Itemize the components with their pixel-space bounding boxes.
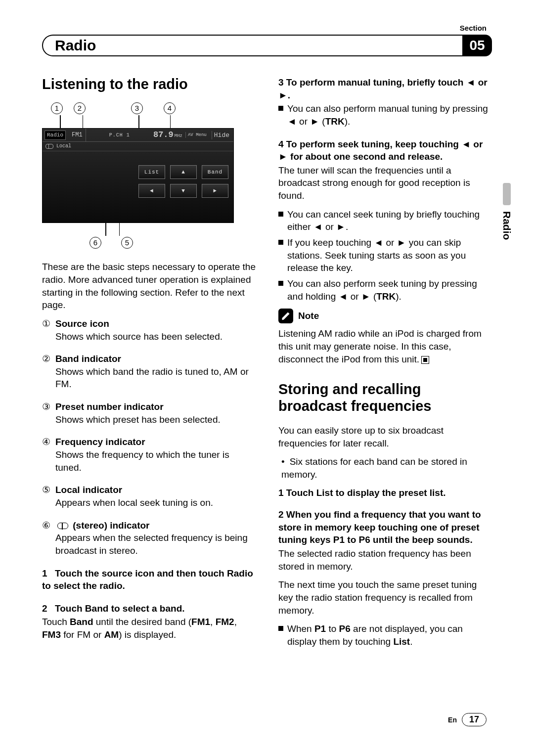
intro-paragraph: These are the basic steps necessary to o… bbox=[42, 261, 256, 311]
callout-3: 3 bbox=[131, 102, 143, 114]
store-body-2: The next time you touch the same preset … bbox=[278, 578, 492, 617]
screen-down-button: ▼ bbox=[170, 184, 197, 198]
item-4-num: ④ bbox=[42, 436, 50, 483]
right-column: 3 To perform manual tuning, briefly touc… bbox=[278, 76, 492, 651]
screen-left-button: ◄ bbox=[138, 184, 165, 198]
footer-language: En bbox=[448, 716, 457, 724]
square-bullet-icon bbox=[278, 106, 283, 111]
step-4-title: 4 To perform seek tuning, keep touching … bbox=[278, 138, 492, 163]
storing-intro: You can easily store up to six broadcast… bbox=[278, 424, 492, 449]
radio-screen: Radio FM1 P.CH 1 87.9 MHz AV Menu Hide L… bbox=[42, 128, 234, 223]
item-5-desc: Appears when local seek tuning is on. bbox=[55, 496, 256, 509]
callout-5: 5 bbox=[121, 237, 133, 249]
callout-6: 6 bbox=[89, 237, 101, 249]
section-label: Section bbox=[460, 24, 487, 32]
item-4-title: Frequency indicator bbox=[55, 436, 256, 448]
step-2-body: Touch Band until the desired band (FM1, … bbox=[42, 616, 256, 641]
item-2-num: ② bbox=[42, 353, 50, 400]
screen-hide: Hide bbox=[212, 131, 231, 140]
item-6-num: ⑥ bbox=[42, 519, 50, 566]
step-4-bullet-3: You can also perform seek tuning by pres… bbox=[278, 277, 492, 303]
callout-2: 2 bbox=[74, 102, 86, 114]
note-icon bbox=[278, 309, 293, 323]
square-bullet-icon bbox=[278, 626, 283, 631]
callout-1: 1 bbox=[51, 102, 63, 114]
screen-frequency-unit: MHz bbox=[175, 133, 182, 139]
step-3-title: 3 To perform manual tuning, briefly touc… bbox=[278, 76, 492, 101]
heading-listening: Listening to the radio bbox=[42, 76, 256, 92]
screen-local: Local bbox=[56, 143, 71, 150]
item-3-desc: Shows which preset has been selected. bbox=[55, 413, 256, 426]
store-step-1: 1 Touch List to display the preset list. bbox=[278, 487, 492, 499]
screen-list-button: List bbox=[138, 165, 165, 179]
screen-band: FM1 bbox=[69, 129, 86, 141]
callout-4: 4 bbox=[164, 102, 176, 114]
item-5-title: Local indicator bbox=[55, 484, 256, 496]
store-step-2: 2 When you find a frequency that you wan… bbox=[278, 508, 492, 546]
item-1-title: Source icon bbox=[55, 317, 256, 330]
screen-source-icon: Radio bbox=[44, 131, 66, 140]
section-number-badge: 05 bbox=[462, 35, 492, 56]
screen-band-button: Band bbox=[202, 165, 228, 179]
screen-preset: P.CH 1 bbox=[89, 132, 150, 139]
section-header-bar: Radio 05 bbox=[42, 35, 492, 56]
section-title: Radio bbox=[55, 37, 96, 54]
page-footer: En 17 bbox=[448, 713, 487, 726]
item-4-desc: Shows the frequency to which the tuner i… bbox=[55, 448, 256, 474]
left-column: Listening to the radio 1 2 3 4 Radio bbox=[42, 76, 256, 651]
storing-bullet: Six stations for each band can be stored… bbox=[278, 455, 492, 481]
item-6-desc: Appears when the selected frequency is b… bbox=[55, 532, 256, 557]
item-5-num: ⑤ bbox=[42, 484, 50, 518]
step-4-bullet-1: You can cancel seek tuning by briefly to… bbox=[278, 208, 492, 233]
end-section-icon bbox=[421, 356, 429, 364]
item-6-title: (stereo) indicator bbox=[55, 519, 256, 532]
radio-screen-diagram: 1 2 3 4 Radio FM1 P.CH 1 bbox=[42, 102, 256, 249]
item-2-title: Band indicator bbox=[55, 353, 256, 365]
screen-up-button: ▲ bbox=[170, 165, 197, 179]
item-1-num: ① bbox=[42, 317, 50, 352]
heading-storing: Storing and recalling broadcast frequenc… bbox=[278, 381, 492, 414]
step-2-title: 2Touch Band to select a band. bbox=[42, 602, 256, 615]
side-tab: Radio bbox=[499, 183, 514, 257]
side-tab-marker bbox=[503, 183, 511, 205]
square-bullet-icon bbox=[278, 281, 283, 286]
item-3-num: ③ bbox=[42, 400, 50, 435]
item-1-desc: Shows which source has been selected. bbox=[55, 330, 256, 343]
side-tab-text: Radio bbox=[501, 211, 513, 240]
screen-right-button: ► bbox=[202, 184, 228, 198]
screen-frequency: 87.9 bbox=[153, 130, 174, 141]
screen-av-menu: AV Menu bbox=[185, 132, 209, 138]
step-3-bullet-1: You can also perform manual tuning by pr… bbox=[278, 102, 492, 128]
square-bullet-icon bbox=[278, 240, 283, 245]
store-bullet-1: When P1 to P6 are not displayed, you can… bbox=[278, 623, 492, 648]
square-bullet-icon bbox=[278, 212, 283, 217]
page-number: 17 bbox=[462, 713, 487, 726]
item-2-desc: Shows which band the radio is tuned to, … bbox=[55, 365, 256, 391]
note-text: Listening AM radio while an iPod is char… bbox=[278, 327, 492, 365]
stereo-inline-icon bbox=[57, 523, 68, 529]
stereo-icon bbox=[45, 144, 53, 149]
step-4-bullet-2: If you keep touching ◄ or ► you can skip… bbox=[278, 236, 492, 274]
note-block: Note bbox=[278, 309, 492, 323]
note-label: Note bbox=[298, 310, 319, 322]
step-4-body: The tuner will scan the frequencies unti… bbox=[278, 164, 492, 202]
item-3-title: Preset number indicator bbox=[55, 400, 256, 413]
store-body-1: The selected radio station frequency has… bbox=[278, 547, 492, 573]
step-1-title: 1Touch the source icon and then touch Ra… bbox=[42, 567, 256, 592]
